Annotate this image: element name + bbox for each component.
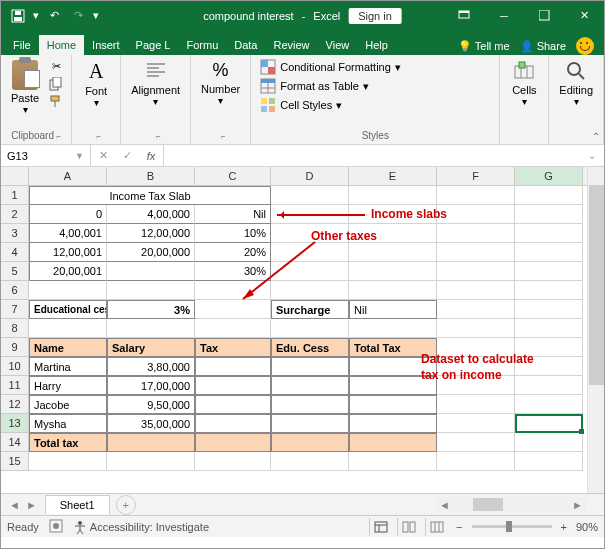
minimize-button[interactable]: ─ <box>484 1 524 30</box>
cell-f11[interactable] <box>437 376 515 395</box>
formula-bar[interactable] <box>164 145 604 166</box>
cell-a8[interactable] <box>29 319 107 338</box>
zoom-slider[interactable] <box>472 525 552 528</box>
cells-grid[interactable]: Income Tax Slab 0 4,00,000 Nil 4,00,001 … <box>29 186 583 471</box>
cell-a9[interactable]: Name <box>29 338 107 357</box>
vertical-scrollbar[interactable] <box>587 167 604 493</box>
cell-a7[interactable]: Educational cess <box>29 300 107 319</box>
row-header-1[interactable]: 1 <box>1 186 29 205</box>
cell-d7[interactable]: Surcharge <box>271 300 349 319</box>
cell-b14[interactable] <box>107 433 195 452</box>
cell-b4[interactable]: 20,00,000 <box>107 243 195 262</box>
qat-dropdown-icon[interactable]: ▾ <box>31 5 41 27</box>
share-button[interactable]: 👤Share <box>520 40 566 53</box>
cell-d6[interactable] <box>271 281 349 300</box>
cell-f8[interactable] <box>437 319 515 338</box>
cell-f7[interactable] <box>437 300 515 319</box>
accessibility-status[interactable]: Accessibility: Investigate <box>73 520 209 534</box>
macro-record-icon[interactable] <box>49 519 63 535</box>
cell-d12[interactable] <box>271 395 349 414</box>
cell-g13[interactable] <box>515 414 583 433</box>
col-header-g[interactable]: G <box>515 167 583 185</box>
name-box[interactable]: G13▼ <box>1 145 91 166</box>
redo-icon[interactable]: ↷ <box>67 5 89 27</box>
cell-d9[interactable]: Edu. Cess <box>271 338 349 357</box>
format-painter-icon[interactable] <box>47 94 65 110</box>
select-all-corner[interactable] <box>1 167 29 185</box>
normal-view-icon[interactable] <box>369 518 391 536</box>
add-sheet-button[interactable]: + <box>116 495 136 515</box>
cell-f10[interactable] <box>437 357 515 376</box>
clipboard-label[interactable]: Clipboard <box>7 130 65 143</box>
cell-a2[interactable]: 0 <box>29 205 107 224</box>
cell-f2[interactable] <box>437 205 515 224</box>
row-header-8[interactable]: 8 <box>1 319 29 338</box>
cell-a1[interactable]: Income Tax Slab <box>29 186 271 205</box>
cell-c9[interactable]: Tax <box>195 338 271 357</box>
cell-a4[interactable]: 12,00,001 <box>29 243 107 262</box>
row-header-6[interactable]: 6 <box>1 281 29 300</box>
cell-d1[interactable] <box>271 186 349 205</box>
ribbon-options-icon[interactable] <box>444 1 484 30</box>
cell-g4[interactable] <box>515 243 583 262</box>
cell-c5[interactable]: 30% <box>195 262 271 281</box>
cell-e13[interactable] <box>349 414 437 433</box>
cell-e15[interactable] <box>349 452 437 471</box>
cell-b3[interactable]: 12,00,000 <box>107 224 195 243</box>
cell-f14[interactable] <box>437 433 515 452</box>
cell-f6[interactable] <box>437 281 515 300</box>
cell-b11[interactable]: 17,00,000 <box>107 376 195 395</box>
cell-a10[interactable]: Martina <box>29 357 107 376</box>
cell-c10[interactable] <box>195 357 271 376</box>
font-button[interactable]: AFont▾ <box>78 58 114 110</box>
cell-d8[interactable] <box>271 319 349 338</box>
row-header-12[interactable]: 12 <box>1 395 29 414</box>
cell-c14[interactable] <box>195 433 271 452</box>
row-header-9[interactable]: 9 <box>1 338 29 357</box>
tab-data[interactable]: Data <box>226 35 265 55</box>
cell-d5[interactable] <box>271 262 349 281</box>
sheet-next-icon[interactable]: ► <box>26 499 37 511</box>
number-group-label[interactable] <box>197 130 244 143</box>
cell-a13[interactable]: Mysha <box>29 414 107 433</box>
tab-view[interactable]: View <box>318 35 358 55</box>
cell-c7[interactable] <box>195 300 271 319</box>
tab-review[interactable]: Review <box>266 35 318 55</box>
page-break-view-icon[interactable] <box>425 518 447 536</box>
cell-g5[interactable] <box>515 262 583 281</box>
cell-g2[interactable] <box>515 205 583 224</box>
horizontal-scrollbar[interactable]: ◄► <box>436 497 586 512</box>
cell-a5[interactable]: 20,00,001 <box>29 262 107 281</box>
cell-c4[interactable]: 20% <box>195 243 271 262</box>
tab-help[interactable]: Help <box>357 35 396 55</box>
cell-g12[interactable] <box>515 395 583 414</box>
cell-d4[interactable] <box>271 243 349 262</box>
cell-f9[interactable] <box>437 338 515 357</box>
cell-d11[interactable] <box>271 376 349 395</box>
sheet-prev-icon[interactable]: ◄ <box>9 499 20 511</box>
cell-b7[interactable]: 3% <box>107 300 195 319</box>
editing-button[interactable]: Editing▾ <box>555 58 597 109</box>
cell-c15[interactable] <box>195 452 271 471</box>
enter-formula-icon[interactable]: ✓ <box>115 145 139 166</box>
row-header-5[interactable]: 5 <box>1 262 29 281</box>
tab-insert[interactable]: Insert <box>84 35 128 55</box>
cell-g3[interactable] <box>515 224 583 243</box>
cell-g14[interactable] <box>515 433 583 452</box>
cell-a11[interactable]: Harry <box>29 376 107 395</box>
alignment-group-label[interactable] <box>127 130 184 143</box>
cell-a15[interactable] <box>29 452 107 471</box>
col-header-d[interactable]: D <box>271 167 349 185</box>
cell-g15[interactable] <box>515 452 583 471</box>
cell-d15[interactable] <box>271 452 349 471</box>
sheet-tab-1[interactable]: Sheet1 <box>45 495 110 514</box>
cell-f13[interactable] <box>437 414 515 433</box>
cell-e14[interactable] <box>349 433 437 452</box>
copy-icon[interactable] <box>47 76 65 92</box>
row-header-7[interactable]: 7 <box>1 300 29 319</box>
cell-g10[interactable] <box>515 357 583 376</box>
cell-g8[interactable] <box>515 319 583 338</box>
maximize-button[interactable] <box>524 1 564 30</box>
cell-e11[interactable] <box>349 376 437 395</box>
sign-in-button[interactable]: Sign in <box>348 8 402 24</box>
